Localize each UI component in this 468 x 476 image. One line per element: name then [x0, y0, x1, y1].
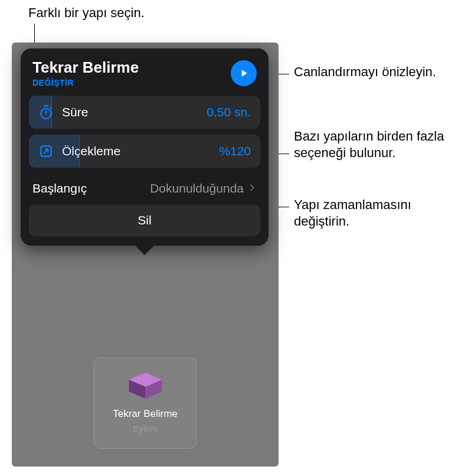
start-value: Dokunulduğunda: [150, 181, 244, 195]
scale-value: %120: [219, 144, 251, 158]
duration-fill: [29, 96, 52, 129]
preview-play-button[interactable]: [231, 60, 257, 86]
object-3d-icon: [127, 373, 163, 399]
build-tile[interactable]: Tekrar Belirme Eylem: [94, 357, 197, 449]
scale-label: Ölçekleme: [62, 144, 219, 158]
duration-label: Süre: [62, 105, 207, 119]
duration-control[interactable]: Süre 0,50 sn.: [29, 96, 260, 129]
start-timing-row[interactable]: Başlangıç Dokunulduğunda: [29, 174, 260, 204]
duration-value: 0,50 sn.: [207, 105, 251, 119]
start-label: Başlangıç: [32, 181, 150, 195]
change-button[interactable]: DEĞİŞTİR: [32, 78, 139, 87]
chevron-right-icon: [247, 181, 257, 196]
title-block: Tekrar Belirme DEĞİŞTİR: [32, 59, 139, 87]
delete-button[interactable]: Sil: [29, 204, 260, 236]
popover-header: Tekrar Belirme DEĞİŞTİR: [29, 59, 260, 87]
tile-type: Eylem: [133, 423, 158, 433]
screenshot-frame: Tekrar Belirme DEĞİŞTİR Süre 0,50 sn.: [12, 43, 279, 467]
scale-control[interactable]: Ölçekleme %120: [29, 135, 260, 168]
scale-fill: [29, 135, 80, 168]
callout-change-timing: Yapı zamanlamasını değiştirin.: [294, 197, 468, 230]
callout-multiple-options: Bazı yapıların birden fazla seçeneği bul…: [294, 128, 468, 161]
tile-name: Tekrar Belirme: [113, 408, 178, 420]
callout-choose-build: Farklı bir yapı seçin.: [28, 5, 145, 21]
build-options-popover: Tekrar Belirme DEĞİŞTİR Süre 0,50 sn.: [21, 48, 269, 246]
callout-preview: Canlandırmayı önizleyin.: [294, 64, 436, 80]
play-icon: [238, 67, 250, 79]
build-title: Tekrar Belirme: [32, 59, 139, 77]
